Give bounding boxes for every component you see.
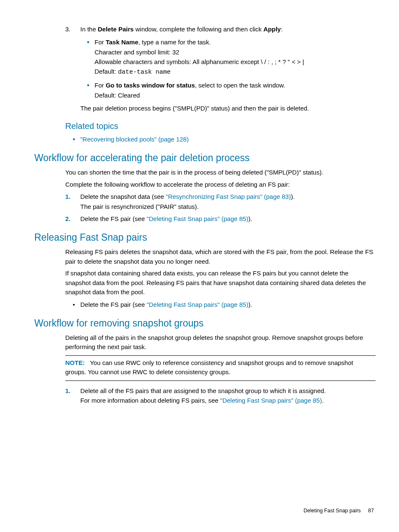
deleting-link[interactable]: "Deleting Fast Snap pairs" (page 85) <box>146 215 248 222</box>
para: Complete the following workflow to accel… <box>65 180 376 190</box>
text: For more information about deleting FS p… <box>80 397 220 404</box>
para: If snapshot data containing shared data … <box>65 269 376 297</box>
text: window, complete the following and then … <box>134 26 263 33</box>
removing-heading: Workflow for removing snapshot groups <box>34 318 376 329</box>
para: Deleting all of the pairs in the snapsho… <box>65 333 376 352</box>
deleting-link[interactable]: "Deleting Fast Snap pairs" (page 85) <box>146 301 248 308</box>
remove-step-1: Delete all of the FS pairs that are assi… <box>80 386 376 406</box>
text: : <box>281 26 282 33</box>
note-text: You can use RWC only to reference consis… <box>65 359 353 376</box>
deleting-link[interactable]: "Deleting Fast Snap pairs" (page 85) <box>220 397 322 404</box>
text: For <box>95 82 106 89</box>
related-link-item: "Recovering blocked pools" (page 128) <box>80 134 376 144</box>
step-3: In the Delete Pairs window, complete the… <box>80 24 376 100</box>
note-label: NOTE: <box>65 359 85 366</box>
divider <box>65 380 376 381</box>
note: NOTE: You can use RWC only to reference … <box>65 358 376 377</box>
bullet-task-name: For Task Name, type a name for the task.… <box>95 37 376 77</box>
related-topics-heading: Related topics <box>65 121 376 131</box>
accel-step-2: Delete the FS pair (see "Deleting Fast S… <box>80 214 376 224</box>
text: Delete the FS pair (see <box>80 215 146 222</box>
accel-steps: Delete the snapshot data (see "Resynchro… <box>34 192 376 224</box>
release-bullet: Delete the FS pair (see "Deleting Fast S… <box>80 300 376 309</box>
step3-after: The pair deletion process begins ("SMPL(… <box>80 103 376 113</box>
page-footer: Deleting Fast Snap pairs 87 <box>304 508 374 514</box>
bold: Task Name <box>106 39 138 46</box>
page-number: 87 <box>368 508 374 514</box>
text: ). <box>248 215 252 222</box>
para: You can shorten the time that the pair i… <box>65 168 376 177</box>
accel-step-1: Delete the snapshot data (see "Resynchro… <box>80 192 376 211</box>
text: ). <box>248 301 252 308</box>
text: , select to open the task window. <box>195 82 285 89</box>
text: Delete the FS pair (see <box>80 301 146 308</box>
text: . <box>322 397 324 404</box>
text: Delete the snapshot data (see <box>80 193 166 200</box>
resynchronizing-link[interactable]: "Resynchronizing Fast Snap pairs" (page … <box>166 193 291 200</box>
releasing-heading: Releasing Fast Snap pairs <box>34 232 376 243</box>
text: For <box>95 39 106 46</box>
divider <box>65 355 376 356</box>
remove-steps: Delete all of the FS pairs that are assi… <box>34 386 376 406</box>
related-topics-list: "Recovering blocked pools" (page 128) <box>34 134 376 144</box>
text: Default: Cleared <box>95 92 140 99</box>
bold: Go to tasks window for status <box>106 82 195 89</box>
release-bullets: Delete the FS pair (see "Deleting Fast S… <box>34 300 376 309</box>
text: The pair is resynchronized ("PAIR" statu… <box>80 203 199 210</box>
text: In the <box>80 26 98 33</box>
text: , type a name for the task. <box>138 39 211 46</box>
page-content: In the Delete Pairs window, complete the… <box>0 0 399 405</box>
text: ). <box>291 193 294 200</box>
bullet-go-to-tasks: For Go to tasks window for status, selec… <box>95 80 376 100</box>
bold: Delete Pairs <box>98 26 134 33</box>
footer-section: Deleting Fast Snap pairs <box>304 508 361 514</box>
sub-bullets: For Task Name, type a name for the task.… <box>80 37 376 100</box>
text: Delete all of the FS pairs that are assi… <box>80 387 326 394</box>
recovering-blocked-pools-link[interactable]: "Recovering blocked pools" (page 128) <box>80 136 189 143</box>
text: Default: <box>95 68 118 75</box>
step-list: In the Delete Pairs window, complete the… <box>34 24 376 100</box>
bold: Apply <box>263 26 281 33</box>
mono: date-task name <box>118 69 171 76</box>
text: Character and symbol limit: 32 <box>95 49 179 56</box>
accelerating-heading: Workflow for accelerating the pair delet… <box>34 152 376 164</box>
text: Allowable characters and symbols: All al… <box>95 58 304 65</box>
para: Releasing FS pairs deletes the snapshot … <box>65 247 376 266</box>
